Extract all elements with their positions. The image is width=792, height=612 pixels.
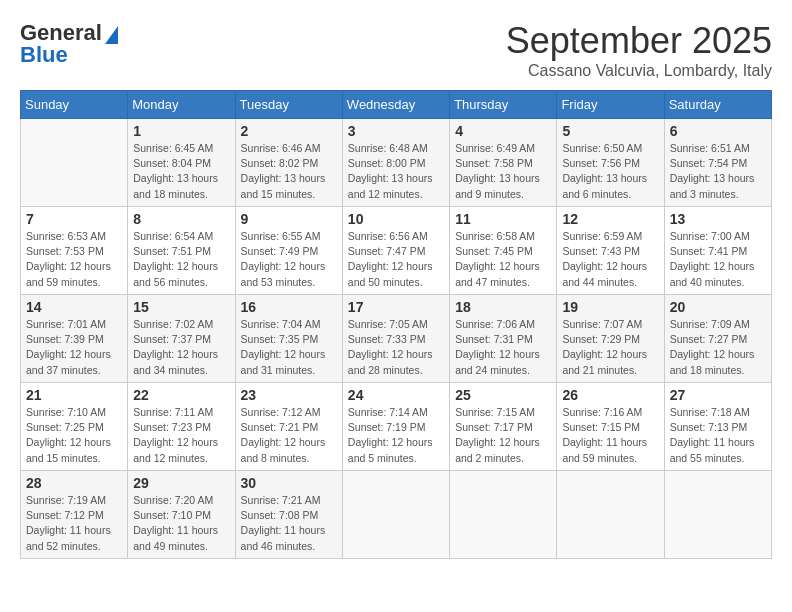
day-number: 9 xyxy=(241,211,337,227)
day-number: 14 xyxy=(26,299,122,315)
day-number: 8 xyxy=(133,211,229,227)
calendar-week-row: 14Sunrise: 7:01 AMSunset: 7:39 PMDayligh… xyxy=(21,295,772,383)
day-number: 27 xyxy=(670,387,766,403)
day-number: 1 xyxy=(133,123,229,139)
header-sunday: Sunday xyxy=(21,91,128,119)
calendar-cell: 8Sunrise: 6:54 AMSunset: 7:51 PMDaylight… xyxy=(128,207,235,295)
calendar-cell: 17Sunrise: 7:05 AMSunset: 7:33 PMDayligh… xyxy=(342,295,449,383)
day-info: Sunrise: 6:58 AMSunset: 7:45 PMDaylight:… xyxy=(455,229,551,290)
day-info: Sunrise: 7:07 AMSunset: 7:29 PMDaylight:… xyxy=(562,317,658,378)
day-info: Sunrise: 7:19 AMSunset: 7:12 PMDaylight:… xyxy=(26,493,122,554)
day-info: Sunrise: 7:04 AMSunset: 7:35 PMDaylight:… xyxy=(241,317,337,378)
calendar-cell: 26Sunrise: 7:16 AMSunset: 7:15 PMDayligh… xyxy=(557,383,664,471)
calendar-week-row: 28Sunrise: 7:19 AMSunset: 7:12 PMDayligh… xyxy=(21,471,772,559)
calendar-week-row: 21Sunrise: 7:10 AMSunset: 7:25 PMDayligh… xyxy=(21,383,772,471)
calendar-table: SundayMondayTuesdayWednesdayThursdayFrid… xyxy=(20,90,772,559)
day-info: Sunrise: 7:18 AMSunset: 7:13 PMDaylight:… xyxy=(670,405,766,466)
title-section: September 2025 Cassano Valcuvia, Lombard… xyxy=(506,20,772,80)
day-info: Sunrise: 6:49 AMSunset: 7:58 PMDaylight:… xyxy=(455,141,551,202)
calendar-week-row: 7Sunrise: 6:53 AMSunset: 7:53 PMDaylight… xyxy=(21,207,772,295)
day-number: 6 xyxy=(670,123,766,139)
calendar-cell: 21Sunrise: 7:10 AMSunset: 7:25 PMDayligh… xyxy=(21,383,128,471)
day-info: Sunrise: 7:09 AMSunset: 7:27 PMDaylight:… xyxy=(670,317,766,378)
day-number: 5 xyxy=(562,123,658,139)
day-number: 4 xyxy=(455,123,551,139)
calendar-cell: 23Sunrise: 7:12 AMSunset: 7:21 PMDayligh… xyxy=(235,383,342,471)
header-friday: Friday xyxy=(557,91,664,119)
day-info: Sunrise: 7:14 AMSunset: 7:19 PMDaylight:… xyxy=(348,405,444,466)
calendar-cell: 25Sunrise: 7:15 AMSunset: 7:17 PMDayligh… xyxy=(450,383,557,471)
calendar-cell: 22Sunrise: 7:11 AMSunset: 7:23 PMDayligh… xyxy=(128,383,235,471)
calendar-cell: 2Sunrise: 6:46 AMSunset: 8:02 PMDaylight… xyxy=(235,119,342,207)
day-info: Sunrise: 6:53 AMSunset: 7:53 PMDaylight:… xyxy=(26,229,122,290)
location-subtitle: Cassano Valcuvia, Lombardy, Italy xyxy=(506,62,772,80)
day-info: Sunrise: 6:54 AMSunset: 7:51 PMDaylight:… xyxy=(133,229,229,290)
day-number: 30 xyxy=(241,475,337,491)
calendar-cell xyxy=(664,471,771,559)
day-info: Sunrise: 7:10 AMSunset: 7:25 PMDaylight:… xyxy=(26,405,122,466)
calendar-cell: 4Sunrise: 6:49 AMSunset: 7:58 PMDaylight… xyxy=(450,119,557,207)
day-number: 16 xyxy=(241,299,337,315)
day-info: Sunrise: 7:06 AMSunset: 7:31 PMDaylight:… xyxy=(455,317,551,378)
calendar-cell: 3Sunrise: 6:48 AMSunset: 8:00 PMDaylight… xyxy=(342,119,449,207)
day-number: 22 xyxy=(133,387,229,403)
day-info: Sunrise: 6:51 AMSunset: 7:54 PMDaylight:… xyxy=(670,141,766,202)
day-number: 11 xyxy=(455,211,551,227)
calendar-cell: 9Sunrise: 6:55 AMSunset: 7:49 PMDaylight… xyxy=(235,207,342,295)
day-number: 29 xyxy=(133,475,229,491)
day-info: Sunrise: 7:05 AMSunset: 7:33 PMDaylight:… xyxy=(348,317,444,378)
day-info: Sunrise: 6:48 AMSunset: 8:00 PMDaylight:… xyxy=(348,141,444,202)
day-number: 18 xyxy=(455,299,551,315)
day-number: 25 xyxy=(455,387,551,403)
day-number: 10 xyxy=(348,211,444,227)
calendar-cell: 15Sunrise: 7:02 AMSunset: 7:37 PMDayligh… xyxy=(128,295,235,383)
calendar-cell: 24Sunrise: 7:14 AMSunset: 7:19 PMDayligh… xyxy=(342,383,449,471)
day-info: Sunrise: 7:15 AMSunset: 7:17 PMDaylight:… xyxy=(455,405,551,466)
day-number: 3 xyxy=(348,123,444,139)
day-info: Sunrise: 7:20 AMSunset: 7:10 PMDaylight:… xyxy=(133,493,229,554)
day-number: 20 xyxy=(670,299,766,315)
day-info: Sunrise: 7:00 AMSunset: 7:41 PMDaylight:… xyxy=(670,229,766,290)
day-number: 2 xyxy=(241,123,337,139)
calendar-cell xyxy=(21,119,128,207)
calendar-cell: 6Sunrise: 6:51 AMSunset: 7:54 PMDaylight… xyxy=(664,119,771,207)
day-info: Sunrise: 6:55 AMSunset: 7:49 PMDaylight:… xyxy=(241,229,337,290)
day-info: Sunrise: 7:11 AMSunset: 7:23 PMDaylight:… xyxy=(133,405,229,466)
day-info: Sunrise: 6:50 AMSunset: 7:56 PMDaylight:… xyxy=(562,141,658,202)
day-number: 28 xyxy=(26,475,122,491)
day-number: 12 xyxy=(562,211,658,227)
calendar-cell: 7Sunrise: 6:53 AMSunset: 7:53 PMDaylight… xyxy=(21,207,128,295)
page-header: GeneralBlue September 2025 Cassano Valcu… xyxy=(20,20,772,80)
calendar-cell xyxy=(557,471,664,559)
day-number: 21 xyxy=(26,387,122,403)
day-info: Sunrise: 6:45 AMSunset: 8:04 PMDaylight:… xyxy=(133,141,229,202)
day-number: 15 xyxy=(133,299,229,315)
logo: GeneralBlue xyxy=(20,20,102,68)
calendar-cell: 12Sunrise: 6:59 AMSunset: 7:43 PMDayligh… xyxy=(557,207,664,295)
calendar-cell: 13Sunrise: 7:00 AMSunset: 7:41 PMDayligh… xyxy=(664,207,771,295)
logo-text: GeneralBlue xyxy=(20,20,102,68)
day-number: 13 xyxy=(670,211,766,227)
day-info: Sunrise: 6:46 AMSunset: 8:02 PMDaylight:… xyxy=(241,141,337,202)
calendar-header-row: SundayMondayTuesdayWednesdayThursdayFrid… xyxy=(21,91,772,119)
month-title: September 2025 xyxy=(506,20,772,62)
day-number: 24 xyxy=(348,387,444,403)
header-saturday: Saturday xyxy=(664,91,771,119)
day-info: Sunrise: 7:21 AMSunset: 7:08 PMDaylight:… xyxy=(241,493,337,554)
day-info: Sunrise: 7:01 AMSunset: 7:39 PMDaylight:… xyxy=(26,317,122,378)
day-number: 7 xyxy=(26,211,122,227)
calendar-cell xyxy=(342,471,449,559)
calendar-cell: 16Sunrise: 7:04 AMSunset: 7:35 PMDayligh… xyxy=(235,295,342,383)
day-number: 26 xyxy=(562,387,658,403)
calendar-cell: 30Sunrise: 7:21 AMSunset: 7:08 PMDayligh… xyxy=(235,471,342,559)
day-number: 17 xyxy=(348,299,444,315)
calendar-cell: 10Sunrise: 6:56 AMSunset: 7:47 PMDayligh… xyxy=(342,207,449,295)
calendar-cell: 11Sunrise: 6:58 AMSunset: 7:45 PMDayligh… xyxy=(450,207,557,295)
day-number: 19 xyxy=(562,299,658,315)
calendar-cell: 18Sunrise: 7:06 AMSunset: 7:31 PMDayligh… xyxy=(450,295,557,383)
calendar-cell: 29Sunrise: 7:20 AMSunset: 7:10 PMDayligh… xyxy=(128,471,235,559)
day-info: Sunrise: 7:16 AMSunset: 7:15 PMDaylight:… xyxy=(562,405,658,466)
calendar-cell: 28Sunrise: 7:19 AMSunset: 7:12 PMDayligh… xyxy=(21,471,128,559)
calendar-cell xyxy=(450,471,557,559)
calendar-cell: 1Sunrise: 6:45 AMSunset: 8:04 PMDaylight… xyxy=(128,119,235,207)
